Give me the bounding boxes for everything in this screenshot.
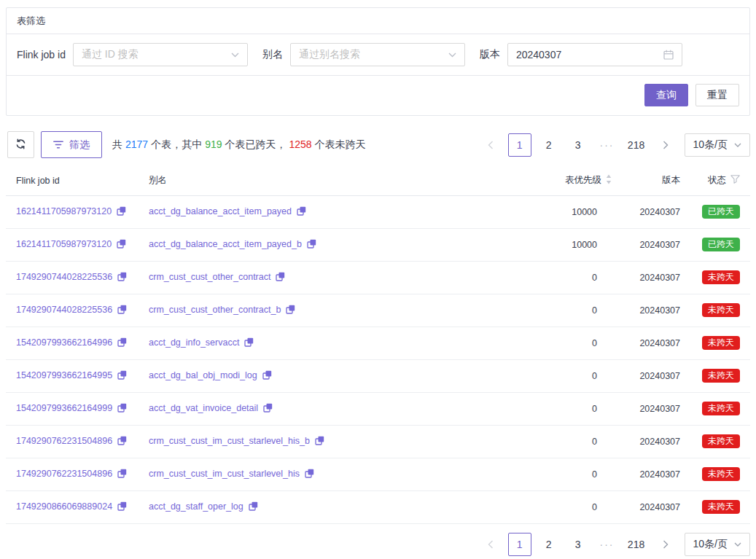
status-badge: 未跨天 [702,402,740,415]
form-item-version: 版本 20240307 [480,43,682,66]
page-size-select[interactable]: 10条/页 [685,133,750,157]
copy-icon[interactable] [117,469,127,480]
chevron-down-icon [448,52,456,58]
flink-job-id-link[interactable]: 1749290762231504896 [16,436,112,446]
page-button-2[interactable]: 2 [537,133,561,157]
table-row: 1749290744028225536 crm_cust_cust_other_… [6,261,750,294]
version-date-input[interactable]: 20240307 [507,43,682,66]
table-row: 1542097993662164996 acct_dg_info_servacc… [6,327,750,359]
alias-link[interactable]: acct_dg_bal_obj_modi_log [149,370,257,380]
prev-page-button[interactable] [479,533,502,556]
page-button-1[interactable]: 1 [508,133,531,157]
flink-job-id-link[interactable]: 1542097993662164995 [16,370,112,380]
copy-icon[interactable] [117,305,127,316]
pagination-top: 1 2 3 ··· 218 10条/页 [479,133,750,157]
copy-icon[interactable] [117,272,127,284]
column-header-version: 版本 [612,166,680,195]
flink-job-id-placeholder: 通过 ID 搜索 [82,48,231,61]
page-size-value: 10条/页 [693,138,728,152]
copy-icon[interactable] [117,403,127,415]
flink-job-id-link[interactable]: 1542097993662164996 [16,337,112,348]
flink-job-id-select[interactable]: 通过 ID 搜索 [73,43,248,66]
form-item-flink-job-id: Flink job id 通过 ID 搜索 [17,43,248,66]
table-header-row: Flink job id 别名 表优先级 版本 状态 [6,166,750,195]
alias-link[interactable]: acct_dg_balance_acct_item_payed [149,206,292,216]
page-button-218[interactable]: 218 [625,533,648,556]
copy-icon[interactable] [117,436,127,447]
copy-icon[interactable] [117,370,127,382]
alias-link[interactable]: acct_dg_vat_invoice_detail [149,403,258,413]
alias-select[interactable]: 通过别名搜索 [290,43,465,66]
filter-lines-icon [53,139,63,151]
copy-icon[interactable] [307,239,316,251]
copy-icon[interactable] [249,501,258,513]
alias-link[interactable]: crm_cust_cust_other_contract [149,272,270,282]
alias-link[interactable]: crm_cust_cust_im_cust_starlevel_his_b [149,436,310,446]
column-header-priority[interactable]: 表优先级 [504,166,612,195]
column-header-status[interactable]: 状态 [680,166,750,195]
status-badge: 未跨天 [702,270,740,284]
flink-job-id-label: Flink job id [17,49,66,60]
table-row: 1749290762231504896 crm_cust_cust_im_cus… [6,458,750,490]
flink-job-id-link[interactable]: 1749290866069889024 [16,501,112,512]
page-size-select[interactable]: 10条/页 [685,533,750,556]
alias-link[interactable]: crm_cust_cust_im_cust_starlevel_his [149,469,300,479]
priority-cell: 0 [504,392,612,425]
table-row: 1621411705987973120 acct_dg_balance_acct… [6,228,750,261]
filter-button[interactable]: 筛选 [41,131,102,158]
alias-link[interactable]: acct_dg_info_servacct [149,337,239,348]
query-button[interactable]: 查询 [644,84,688,106]
page-button-3[interactable]: 3 [566,533,590,556]
table-row: 1542097993662164999 acct_dg_vat_invoice_… [6,392,750,425]
page-ellipsis[interactable]: ··· [596,533,619,556]
priority-cell: 0 [504,327,612,359]
table-row: 1542097993662164995 acct_dg_bal_obj_modi… [6,359,750,392]
status-badge: 已跨天 [702,238,740,251]
page-button-1[interactable]: 1 [508,533,531,556]
flink-job-id-link[interactable]: 1749290762231504896 [16,469,112,479]
copy-icon[interactable] [117,337,127,349]
page-button-3[interactable]: 3 [566,133,590,157]
next-page-button[interactable] [654,133,677,157]
alias-link[interactable]: acct_dg_staff_oper_log [149,501,243,512]
status-badge: 未跨天 [702,467,740,481]
copy-icon[interactable] [117,239,126,251]
refresh-button[interactable] [7,131,34,158]
flink-job-id-link[interactable]: 1749290744028225536 [16,305,112,315]
next-page-button[interactable] [654,533,677,556]
page-ellipsis[interactable]: ··· [596,133,619,157]
pagination-bottom: 1 2 3 ··· 218 10条/页 [479,533,750,556]
priority-cell: 0 [504,261,612,294]
table-row: 1621411705987973120 acct_dg_balance_acct… [6,195,750,228]
copy-icon[interactable] [262,370,272,382]
status-badge: 未跨天 [702,500,740,514]
alias-link[interactable]: acct_dg_balance_acct_item_payed_b [149,239,302,249]
flink-job-id-link[interactable]: 1749290744028225536 [16,272,112,282]
copy-icon[interactable] [315,436,324,447]
copy-icon[interactable] [286,305,295,316]
flink-job-id-link[interactable]: 1621411705987973120 [16,206,112,216]
prev-page-button[interactable] [479,133,502,157]
page-button-2[interactable]: 2 [537,533,561,556]
page-button-218[interactable]: 218 [625,133,648,157]
alias-link[interactable]: crm_cust_cust_other_contract_b [149,305,281,315]
table-row: 1749290762231504896 crm_cust_cust_im_cus… [6,425,750,458]
copy-icon[interactable] [276,272,285,284]
priority-cell: 0 [504,458,612,490]
flink-job-id-link[interactable]: 1621411705987973120 [16,239,112,249]
copy-icon[interactable] [117,501,127,513]
version-cell: 20240307 [612,490,680,523]
status-badge: 未跨天 [702,434,740,448]
copy-icon[interactable] [117,206,126,218]
reset-button[interactable]: 重置 [695,84,739,106]
version-value: 20240307 [516,49,663,60]
priority-cell: 10000 [504,195,612,228]
not-crossed-count: 1258 [289,138,312,150]
copy-icon[interactable] [297,206,306,218]
sorter-icon[interactable] [606,174,612,187]
flink-job-id-link[interactable]: 1542097993662164999 [16,403,112,413]
copy-icon[interactable] [305,469,314,480]
filter-funnel-icon[interactable] [730,175,740,186]
copy-icon[interactable] [244,337,254,349]
copy-icon[interactable] [263,403,273,415]
